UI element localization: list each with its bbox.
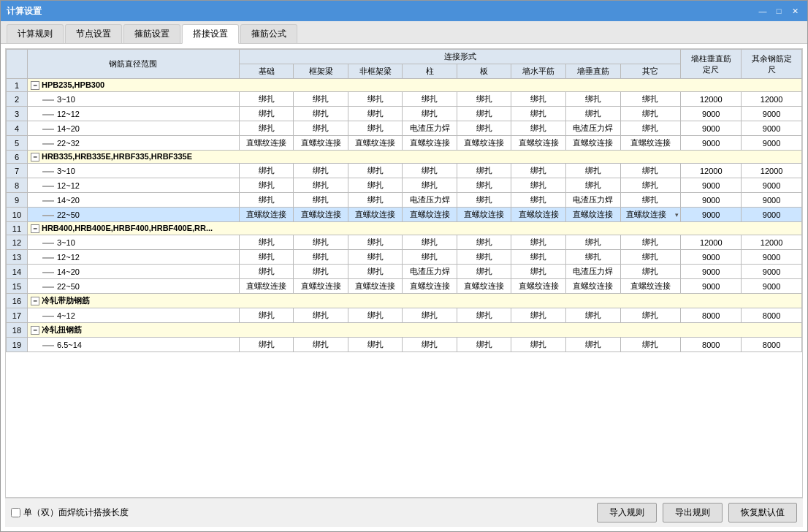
collapse-icon[interactable]: － [31,153,39,162]
conn-cell-其它[interactable]: 绑扎 [620,250,681,265]
import-rules-button[interactable]: 导入规则 [597,503,657,522]
conn-cell-板[interactable]: 绑扎 [457,265,511,279]
anchor1-cell[interactable]: 9000 [681,265,742,279]
conn-cell-墙垂直筋[interactable]: 电渣压力焊 [566,193,621,208]
anchor1-cell[interactable]: 9000 [681,279,742,294]
conn-cell-框架梁[interactable]: 绑扎 [294,107,348,121]
conn-cell-框架梁[interactable]: 直螺纹连接 [294,279,348,294]
conn-cell-非框架梁[interactable]: 绑扎 [348,338,403,352]
conn-cell-板[interactable]: 绑扎 [457,107,511,121]
conn-cell-柱[interactable]: 绑扎 [403,235,457,250]
conn-cell-柱[interactable]: 直螺纹连接 [403,208,457,222]
conn-cell-基础[interactable]: 绑扎 [239,308,294,323]
conn-cell-板[interactable]: 绑扎 [457,338,511,352]
conn-cell-框架梁[interactable]: 直螺纹连接 [294,136,348,151]
conn-cell-非框架梁[interactable]: 绑扎 [348,235,403,250]
conn-cell-其它[interactable]: 绑扎 [620,121,681,136]
conn-cell-框架梁[interactable]: 绑扎 [294,338,348,352]
maximize-button[interactable]: □ [772,4,785,18]
conn-cell-墙水平筋[interactable]: 绑扎 [511,235,566,250]
conn-cell-墙垂直筋[interactable]: 直螺纹连接 [566,208,621,222]
table-row[interactable]: 312~12绑扎绑扎绑扎绑扎绑扎绑扎绑扎绑扎90009000 [7,107,802,121]
anchor1-cell[interactable]: 12000 [681,164,742,178]
conn-cell-柱[interactable]: 绑扎 [403,107,457,121]
conn-cell-非框架梁[interactable]: 绑扎 [348,107,403,121]
conn-cell-墙水平筋[interactable]: 绑扎 [511,178,566,193]
conn-cell-非框架梁[interactable]: 直螺纹连接 [348,279,403,294]
tab-splice-settings[interactable]: 搭接设置 [182,24,239,44]
table-row[interactable]: 812~12绑扎绑扎绑扎绑扎绑扎绑扎绑扎绑扎90009000 [7,178,802,193]
conn-cell-其它[interactable]: 绑扎 [620,308,681,323]
conn-cell-框架梁[interactable]: 绑扎 [294,178,348,193]
conn-cell-墙水平筋[interactable]: 绑扎 [511,92,566,107]
conn-cell-框架梁[interactable]: 绑扎 [294,308,348,323]
conn-cell-框架梁[interactable]: 绑扎 [294,193,348,208]
conn-cell-墙水平筋[interactable]: 绑扎 [511,164,566,178]
conn-cell-其它[interactable]: 绑扎 [620,338,681,352]
conn-cell-板[interactable]: 绑扎 [457,308,511,323]
anchor2-cell[interactable]: 9000 [742,279,802,294]
conn-cell-基础[interactable]: 直螺纹连接 [239,208,294,222]
conn-cell-板[interactable]: 绑扎 [457,178,511,193]
conn-cell-板[interactable]: 直螺纹连接 [457,136,511,151]
table-row[interactable]: 1414~20绑扎绑扎绑扎电渣压力焊绑扎绑扎电渣压力焊绑扎90009000 [7,265,802,279]
anchor2-cell[interactable]: 9000 [742,208,802,222]
conn-cell-墙水平筋[interactable]: 直螺纹连接 [511,136,566,151]
anchor2-cell[interactable]: 9000 [742,193,802,208]
anchor1-cell[interactable]: 9000 [681,208,742,222]
conn-cell-其它[interactable]: 绑扎 [620,178,681,193]
conn-cell-基础[interactable]: 绑扎 [239,235,294,250]
conn-cell-板[interactable]: 直螺纹连接 [457,279,511,294]
anchor2-cell[interactable]: 9000 [742,178,802,193]
conn-cell-板[interactable]: 绑扎 [457,193,511,208]
table-row[interactable]: 123~10绑扎绑扎绑扎绑扎绑扎绑扎绑扎绑扎1200012000 [7,235,802,250]
conn-cell-板[interactable]: 绑扎 [457,235,511,250]
conn-cell-其它[interactable]: 直螺纹连接▾ [620,208,681,222]
conn-cell-墙水平筋[interactable]: 直螺纹连接 [511,208,566,222]
conn-cell-基础[interactable]: 绑扎 [239,250,294,265]
conn-cell-框架梁[interactable]: 直螺纹连接 [294,208,348,222]
conn-cell-非框架梁[interactable]: 绑扎 [348,265,403,279]
conn-cell-非框架梁[interactable]: 绑扎 [348,164,403,178]
collapse-icon[interactable]: － [31,326,39,335]
conn-cell-非框架梁[interactable]: 绑扎 [348,92,403,107]
conn-cell-基础[interactable]: 绑扎 [239,338,294,352]
conn-cell-柱[interactable]: 绑扎 [403,164,457,178]
conn-cell-柱[interactable]: 绑扎 [403,308,457,323]
checkbox-label[interactable]: 单（双）面焊统计搭接长度 [11,506,129,519]
conn-cell-非框架梁[interactable]: 直螺纹连接 [348,208,403,222]
conn-cell-墙垂直筋[interactable]: 绑扎 [566,178,621,193]
conn-cell-基础[interactable]: 绑扎 [239,178,294,193]
table-row[interactable]: 196.5~14绑扎绑扎绑扎绑扎绑扎绑扎绑扎绑扎80008000 [7,338,802,352]
conn-cell-基础[interactable]: 直螺纹连接 [239,279,294,294]
conn-cell-其它[interactable]: 绑扎 [620,265,681,279]
tab-stirrup-formula[interactable]: 箍筋公式 [240,24,297,43]
conn-cell-非框架梁[interactable]: 绑扎 [348,121,403,136]
conn-cell-墙垂直筋[interactable]: 电渣压力焊 [566,121,621,136]
reset-defaults-button[interactable]: 恢复默认值 [728,503,797,522]
conn-cell-基础[interactable]: 绑扎 [239,92,294,107]
conn-cell-墙水平筋[interactable]: 绑扎 [511,338,566,352]
table-container[interactable]: 钢筋直径范围 连接形式 墙柱垂直筋定尺 其余钢筋定尺 基础 框架梁 非框架梁 柱… [5,48,803,498]
tab-stirrup-settings[interactable]: 箍筋设置 [123,24,180,43]
conn-cell-墙垂直筋[interactable]: 电渣压力焊 [566,265,621,279]
conn-cell-柱[interactable]: 电渣压力焊 [403,193,457,208]
conn-cell-其它[interactable]: 绑扎 [620,235,681,250]
conn-cell-框架梁[interactable]: 绑扎 [294,250,348,265]
collapse-icon[interactable]: － [31,81,39,90]
conn-cell-基础[interactable]: 绑扎 [239,164,294,178]
conn-cell-非框架梁[interactable]: 直螺纹连接 [348,136,403,151]
conn-cell-墙垂直筋[interactable]: 直螺纹连接 [566,136,621,151]
close-button[interactable]: ✕ [788,4,801,18]
anchor2-cell[interactable]: 9000 [742,250,802,265]
conn-cell-板[interactable]: 绑扎 [457,121,511,136]
anchor1-cell[interactable]: 9000 [681,250,742,265]
anchor2-cell[interactable]: 8000 [742,338,802,352]
conn-cell-墙水平筋[interactable]: 直螺纹连接 [511,279,566,294]
conn-cell-柱[interactable]: 直螺纹连接 [403,279,457,294]
conn-cell-柱[interactable]: 绑扎 [403,178,457,193]
anchor2-cell[interactable]: 9000 [742,107,802,121]
anchor1-cell[interactable]: 9000 [681,136,742,151]
conn-cell-框架梁[interactable]: 绑扎 [294,92,348,107]
anchor1-cell[interactable]: 9000 [681,107,742,121]
